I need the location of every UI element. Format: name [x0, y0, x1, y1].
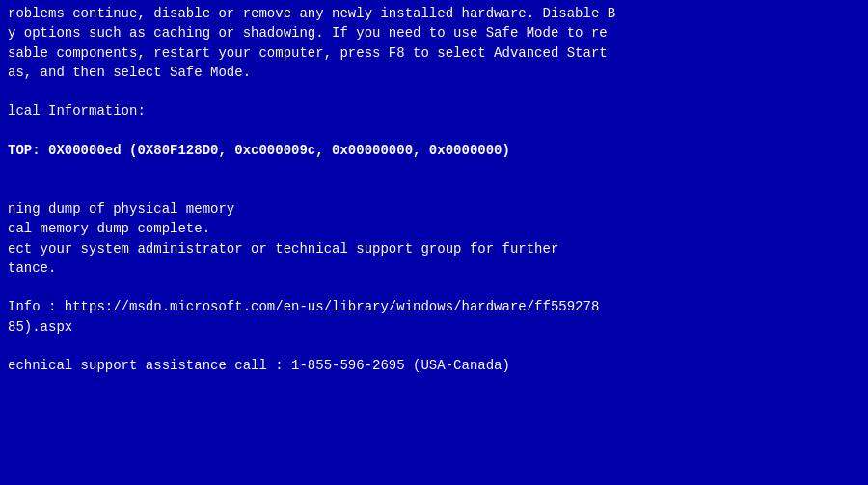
- bsod-line: cal memory dump complete.: [8, 221, 210, 236]
- bsod-content: roblems continue, disable or remove any …: [0, 0, 868, 485]
- bsod-line: y options such as caching or shadowing. …: [8, 25, 608, 40]
- bsod-line: sable components, restart your computer,…: [8, 45, 608, 61]
- bsod-line: roblems continue, disable or remove any …: [8, 6, 615, 21]
- bsod-line: tance.: [8, 260, 56, 276]
- bsod-line: lcal Information:: [8, 103, 146, 119]
- bsod-screen: roblems continue, disable or remove any …: [0, 0, 868, 485]
- bsod-line: 85).aspx: [8, 319, 72, 335]
- bsod-line: ect your system administrator or technic…: [8, 241, 558, 256]
- bsod-line: echnical support assistance call : 1-855…: [8, 358, 510, 373]
- bsod-line: Info : https://msdn.microsoft.com/en-us/…: [8, 299, 599, 314]
- stop-line: TOP: 0X00000ed (0X80F128D0, 0xc000009c, …: [8, 143, 510, 158]
- bsod-line: ning dump of physical memory: [8, 202, 234, 217]
- bsod-line: as, and then select Safe Mode.: [8, 65, 251, 80]
